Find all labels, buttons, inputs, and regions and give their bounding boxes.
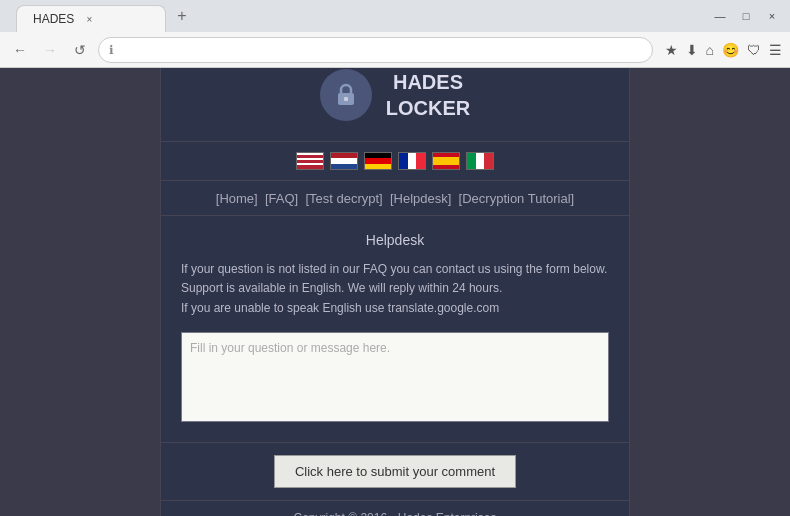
nav-section: [Home] [FAQ] [Test decrypt] [Helpdesk] [… [161,181,629,216]
helpdesk-description: If your question is not listed in our FA… [181,260,609,318]
forward-button[interactable]: → [38,38,62,62]
svg-rect-1 [344,97,348,101]
browser-tab[interactable]: HADES × [16,5,166,32]
nav-links: [Home] [FAQ] [Test decrypt] [Helpdesk] [… [216,191,574,206]
helpdesk-line2: Support is available in English. We will… [181,279,609,298]
copyright-text: Copyright © 2016 - Hades Enterprises [294,511,497,516]
message-textarea[interactable] [181,332,609,422]
de-flag[interactable] [364,152,392,170]
window-controls: — □ × [710,6,782,26]
flag-section [161,142,629,181]
browser-window: HADES × + — □ × ← → ↺ ℹ ★ ⬇ ⌂ 😊 🛡 ☰ HAD [0,0,790,516]
new-tab-button[interactable]: + [170,4,194,28]
fr-flag[interactable] [398,152,426,170]
back-button[interactable]: ← [8,38,32,62]
es-flag[interactable] [432,152,460,170]
nav-test-decrypt-link[interactable]: [Test decrypt] [305,191,382,206]
nl-flag[interactable] [330,152,358,170]
locker-icon [320,69,372,121]
tab-close-btn[interactable]: × [82,12,96,26]
tab-title: HADES [33,12,74,26]
address-bar-row: ← → ↺ ℹ ★ ⬇ ⌂ 😊 🛡 ☰ [0,32,790,68]
header-title: HADES LOCKER [386,69,470,121]
minimize-button[interactable]: — [710,6,730,26]
restore-button[interactable]: □ [736,6,756,26]
user-icon[interactable]: 😊 [722,42,739,58]
page-area: HADES HADES LOCKER [0,68,790,516]
home-icon[interactable]: ⌂ [706,42,714,58]
refresh-button[interactable]: ↺ [68,38,92,62]
helpdesk-title: Helpdesk [181,232,609,248]
header-section: HADES LOCKER [161,68,629,142]
tab-bar: HADES × + [8,0,706,32]
nav-faq-link[interactable]: [FAQ] [265,191,298,206]
info-icon: ℹ [109,43,114,57]
nav-helpdesk-link[interactable]: [Helpdesk] [390,191,451,206]
address-bar[interactable]: ℹ [98,37,653,63]
helpdesk-line1: If your question is not listed in our FA… [181,260,609,279]
textarea-wrapper [181,332,609,426]
nav-home-link[interactable]: [Home] [216,191,258,206]
helpdesk-line3: If you are unable to speak English use t… [181,299,609,318]
main-content: Helpdesk If your question is not listed … [161,216,629,443]
it-flag[interactable] [466,152,494,170]
toolbar-icons: ★ ⬇ ⌂ 😊 🛡 ☰ [665,42,782,58]
bookmark-icon[interactable]: ★ [665,42,678,58]
content-box: HADES LOCKER [Home] [FAQ] [Test decrypt] [160,68,630,516]
shield-icon[interactable]: 🛡 [747,42,761,58]
title-bar: HADES × + — □ × [0,0,790,32]
footer-section: Copyright © 2016 - Hades Enterprises [161,501,629,516]
menu-icon[interactable]: ☰ [769,42,782,58]
us-flag[interactable] [296,152,324,170]
submit-button[interactable]: Click here to submit your comment [274,455,516,488]
download-icon[interactable]: ⬇ [686,42,698,58]
close-button[interactable]: × [762,6,782,26]
nav-decryption-tutorial-link[interactable]: [Decryption Tutorial] [459,191,575,206]
submit-section: Click here to submit your comment [161,443,629,501]
